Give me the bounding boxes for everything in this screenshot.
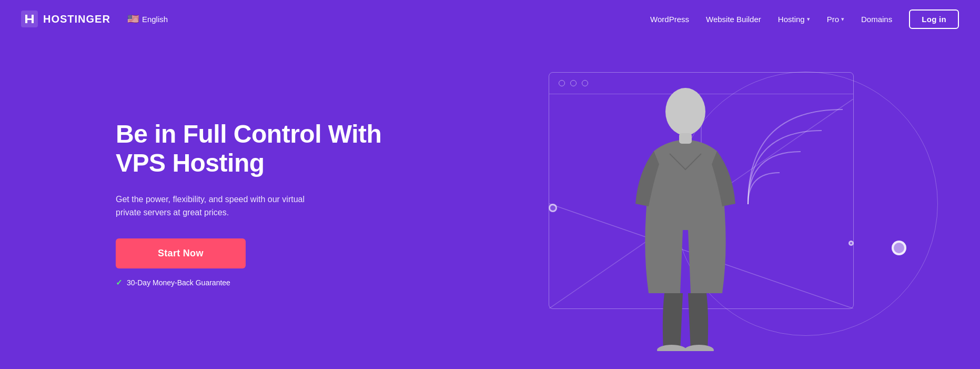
nav-left: HOSTINGER 🇺🇸 English: [21, 11, 172, 27]
hero-visual: [549, 56, 917, 351]
nav-link-hosting[interactable]: Hosting ▾: [778, 13, 810, 26]
floating-dot-4: [848, 241, 854, 246]
guarantee-badge: ✓ 30-Day Money-Back Guarantee: [116, 278, 389, 287]
hero-section: Be in Full Control With VPS Hosting Get …: [0, 38, 980, 369]
person-figure: [607, 83, 764, 351]
cta-wrapper: Start Now: [116, 238, 389, 278]
flag-icon: 🇺🇸: [127, 13, 139, 25]
language-selector[interactable]: 🇺🇸 English: [123, 11, 172, 27]
chevron-down-icon: ▾: [841, 16, 844, 23]
hero-content: Be in Full Control With VPS Hosting Get …: [116, 119, 389, 287]
svg-point-7: [684, 345, 714, 351]
guarantee-text: 30-Day Money-Back Guarantee: [127, 278, 230, 287]
check-icon: ✓: [116, 278, 123, 287]
svg-point-5: [665, 88, 705, 135]
start-now-button[interactable]: Start Now: [116, 238, 246, 268]
browser-dot-2: [570, 80, 577, 86]
login-button[interactable]: Log in: [909, 9, 959, 29]
browser-dot-3: [582, 80, 588, 86]
nav-link-pro[interactable]: Pro ▾: [827, 13, 844, 26]
nav-link-website-builder[interactable]: Website Builder: [706, 13, 761, 26]
nav-link-domains[interactable]: Domains: [861, 13, 892, 26]
hostinger-logo-icon: [21, 11, 38, 27]
language-label: English: [142, 15, 168, 24]
floating-dot-3: [892, 241, 906, 255]
svg-point-6: [657, 345, 686, 351]
svg-rect-8: [679, 133, 692, 144]
brand-name: HOSTINGER: [43, 13, 110, 25]
hero-subtitle: Get the power, flexibility, and speed wi…: [116, 193, 316, 220]
nav-right: WordPress Website Builder Hosting ▾ Pro …: [650, 9, 959, 29]
browser-dot-1: [559, 80, 565, 86]
nav-link-wordpress[interactable]: WordPress: [650, 13, 689, 26]
floating-dot-1: [549, 204, 557, 212]
chevron-down-icon: ▾: [807, 16, 810, 23]
logo[interactable]: HOSTINGER: [21, 11, 110, 27]
hero-title: Be in Full Control With VPS Hosting: [116, 119, 389, 177]
navbar: HOSTINGER 🇺🇸 English WordPress Website B…: [0, 0, 980, 38]
